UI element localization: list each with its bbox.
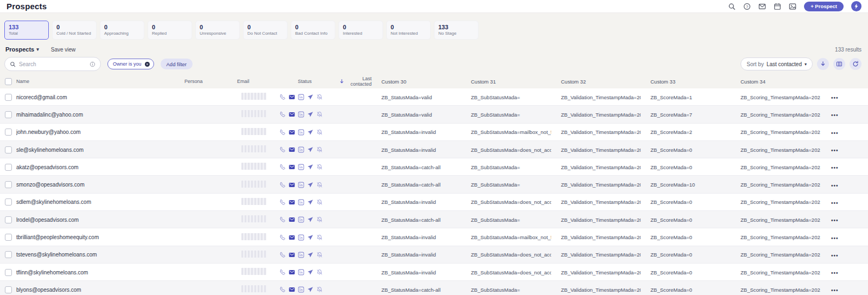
send-icon[interactable] [307,199,314,206]
prospect-name[interactable]: tflinn@skylinehomeloans.com [16,270,184,275]
bell-slash-icon[interactable] [316,182,323,188]
stage-stat-card[interactable]: 0 Unresponsive [195,21,240,40]
help-icon[interactable]: ? [743,3,751,10]
phone-icon[interactable] [279,269,286,275]
send-icon[interactable] [307,111,314,118]
row-checkbox[interactable] [5,216,12,223]
row-actions-button[interactable]: ••• [831,148,839,153]
row-actions-button[interactable]: ••• [831,217,839,223]
send-icon[interactable] [307,234,314,241]
bell-slash-icon[interactable] [316,164,323,170]
stage-stat-card[interactable]: 0 Cold / Not Started [52,21,97,40]
row-actions-button[interactable]: ••• [831,130,839,136]
new-prospect-button[interactable]: + Prospect [804,2,844,11]
send-icon[interactable] [307,146,314,153]
row-checkbox[interactable] [5,94,12,101]
linkedin-icon[interactable] [298,164,304,170]
send-icon[interactable] [307,216,314,223]
stage-stat-card[interactable]: 0 Approaching [100,21,144,40]
prospect-name[interactable]: lrodel@opesadvisors.com [16,217,184,223]
stage-stat-card[interactable]: 0 Do Not Contact [243,21,288,40]
row-actions-button[interactable]: ••• [831,95,839,101]
email-icon[interactable] [289,286,295,293]
select-all-checkbox[interactable] [5,78,12,85]
row-checkbox[interactable] [5,146,12,153]
linkedin-icon[interactable] [298,146,304,153]
info-icon[interactable] [90,61,95,67]
quick-actions-avatar[interactable] [851,1,861,11]
row-actions-button[interactable]: ••• [831,270,839,276]
mail-icon[interactable] [758,3,766,10]
row-actions-button[interactable]: ••• [831,112,839,118]
email-icon[interactable] [289,182,295,188]
stage-stat-card[interactable]: 0 Bad Contact Info [291,21,335,40]
bell-slash-icon[interactable] [316,286,323,293]
calendar-icon[interactable] [774,3,781,10]
prospect-name[interactable]: smonzo@opesadvisors.com [16,182,184,188]
add-filter-button[interactable]: Add filter [161,59,193,69]
phone-icon[interactable] [279,129,286,136]
phone-icon[interactable] [279,94,286,100]
linkedin-icon[interactable] [298,129,304,136]
row-checkbox[interactable] [5,198,12,206]
email-icon[interactable] [289,252,295,258]
bell-slash-icon[interactable] [316,216,323,223]
row-actions-button[interactable]: ••• [831,200,839,206]
view-selector[interactable]: Prospects ▾ [5,46,39,53]
linkedin-icon[interactable] [298,286,304,293]
phone-icon[interactable] [279,252,286,258]
phone-icon[interactable] [279,182,286,188]
row-actions-button[interactable]: ••• [831,235,839,241]
row-actions-button[interactable]: ••• [831,253,839,259]
row-checkbox[interactable] [5,164,12,171]
bell-slash-icon[interactable] [316,199,323,206]
linkedin-icon[interactable] [298,252,304,258]
bell-slash-icon[interactable] [316,269,323,275]
search-icon[interactable] [728,3,736,10]
header-custom32[interactable]: Custom 32 [551,79,641,85]
linkedin-icon[interactable] [298,216,304,223]
header-custom31[interactable]: Custom 31 [461,79,551,85]
image-icon[interactable] [789,3,796,10]
header-status[interactable]: Status [279,79,339,84]
row-checkbox[interactable] [5,286,12,293]
bell-slash-icon[interactable] [316,129,323,136]
prospect-name[interactable]: tbrilliant@peopleshomeequity.com [16,234,184,240]
send-icon[interactable] [307,252,314,258]
linkedin-icon[interactable] [298,182,304,188]
export-button[interactable] [817,58,829,70]
bell-slash-icon[interactable] [316,146,323,153]
stage-stat-card[interactable]: 0 Replied [148,21,192,40]
prospect-name[interactable]: sle@skylinehomeloans.com [16,147,184,153]
header-custom34[interactable]: Custom 34 [731,79,820,85]
email-icon[interactable] [289,129,295,136]
prospect-name[interactable]: john.newbury@yahoo.com [16,129,184,135]
header-custom33[interactable]: Custom 33 [641,79,731,85]
phone-icon[interactable] [279,111,286,118]
send-icon[interactable] [307,129,314,136]
send-icon[interactable] [307,269,314,275]
linkedin-icon[interactable] [298,94,304,100]
header-last-contacted[interactable]: Last contacted [339,76,372,87]
refresh-button[interactable] [850,58,861,70]
row-checkbox[interactable] [5,129,12,136]
bell-slash-icon[interactable] [316,234,323,241]
email-icon[interactable] [289,111,295,118]
header-name[interactable]: Name [16,79,184,84]
send-icon[interactable] [307,286,314,293]
phone-icon[interactable] [279,199,286,206]
row-checkbox[interactable] [5,251,12,258]
email-icon[interactable] [289,146,295,153]
sort-select[interactable]: Sort by Last contacted ▾ [741,57,813,70]
header-email[interactable]: Email [237,79,279,84]
linkedin-icon[interactable] [298,111,304,118]
email-icon[interactable] [289,269,295,275]
header-custom30[interactable]: Custom 30 [372,79,461,85]
linkedin-icon[interactable] [298,199,304,206]
email-icon[interactable] [289,94,295,100]
search-input[interactable] [19,61,86,67]
email-icon[interactable] [289,234,295,241]
send-icon[interactable] [307,94,314,100]
bell-slash-icon[interactable] [316,111,323,118]
save-view-button[interactable]: Save view [51,47,76,53]
